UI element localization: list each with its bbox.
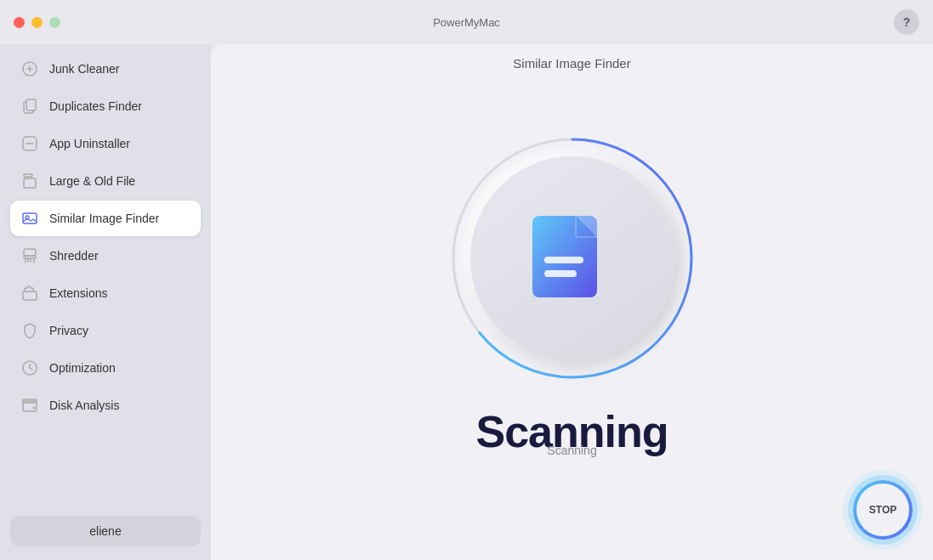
inner-circle [470, 156, 674, 360]
sidebar-item-junk-cleaner[interactable]: Junk Cleaner [10, 51, 201, 87]
sidebar: Junk Cleaner Duplicates Finder App Unins… [0, 44, 211, 560]
maximize-button[interactable] [49, 17, 60, 28]
content-area: Similar Image Finder [211, 44, 933, 560]
svg-rect-6 [23, 213, 37, 223]
user-button[interactable]: eliene [10, 516, 201, 546]
sidebar-item-shredder[interactable]: Shredder [10, 238, 201, 274]
svg-rect-5 [24, 178, 36, 188]
help-button[interactable]: ? [894, 9, 919, 35]
stop-button-wrapper: STOP [853, 480, 913, 540]
similar-image-icon [20, 209, 39, 228]
sidebar-item-label: Duplicates Finder [49, 99, 142, 113]
page-title-bar: Similar Image Finder [211, 44, 933, 82]
page-title: Similar Image Finder [513, 56, 630, 71]
svg-rect-10 [23, 291, 37, 300]
sidebar-item-similar-image-finder[interactable]: Similar Image Finder [10, 201, 201, 236]
sidebar-item-label: App Uninstaller [49, 137, 130, 150]
junk-icon [20, 59, 39, 78]
sidebar-item-label: Shredder [49, 249, 99, 263]
svg-rect-18 [544, 270, 577, 277]
sidebar-item-app-uninstaller[interactable]: App Uninstaller [10, 126, 201, 161]
optimization-icon [20, 359, 39, 377]
svg-rect-17 [544, 257, 583, 263]
privacy-icon [20, 321, 39, 340]
app-title: PowerMyMac [433, 16, 500, 29]
close-button[interactable] [14, 17, 25, 28]
minimize-button[interactable] [31, 17, 43, 28]
sidebar-item-label: Disk Analysis [49, 399, 119, 412]
sidebar-item-label: Extensions [49, 286, 107, 300]
sidebar-item-label: Large & Old File [49, 174, 135, 188]
sidebar-item-extensions[interactable]: Extensions [10, 275, 201, 311]
sidebar-bottom: eliene [10, 509, 201, 553]
sidebar-item-label: Similar Image Finder [49, 212, 159, 225]
svg-rect-8 [24, 249, 36, 256]
sidebar-item-label: Optimization [49, 361, 116, 375]
svg-rect-2 [26, 99, 36, 110]
sidebar-item-label: Privacy [49, 324, 88, 337]
large-file-icon [20, 172, 39, 190]
stop-button[interactable]: STOP [853, 480, 913, 540]
shredder-icon [20, 246, 39, 265]
title-bar: PowerMyMac ? [0, 0, 933, 44]
scanning-text-container: Scanning Scanning [475, 406, 668, 457]
svg-rect-9 [24, 256, 36, 258]
main-layout: Junk Cleaner Duplicates Finder App Unins… [0, 44, 933, 560]
disk-icon [20, 396, 39, 415]
extensions-icon [20, 284, 39, 303]
document-icon [526, 207, 619, 309]
sidebar-item-disk-analysis[interactable]: Disk Analysis [10, 387, 201, 423]
sidebar-item-optimization[interactable]: Optimization [10, 350, 201, 386]
uninstall-icon [20, 134, 39, 153]
sidebar-item-duplicates-finder[interactable]: Duplicates Finder [10, 88, 201, 124]
scan-container: Scanning Scanning [445, 131, 700, 457]
sidebar-item-label: Junk Cleaner [49, 62, 120, 76]
traffic-lights [14, 17, 60, 28]
sidebar-item-large-old-file[interactable]: Large & Old File [10, 163, 201, 199]
sidebar-item-privacy[interactable]: Privacy [10, 313, 201, 348]
svg-point-13 [33, 407, 36, 410]
scanning-circle [445, 131, 700, 386]
duplicate-icon [20, 97, 39, 116]
svg-rect-4 [24, 174, 32, 177]
